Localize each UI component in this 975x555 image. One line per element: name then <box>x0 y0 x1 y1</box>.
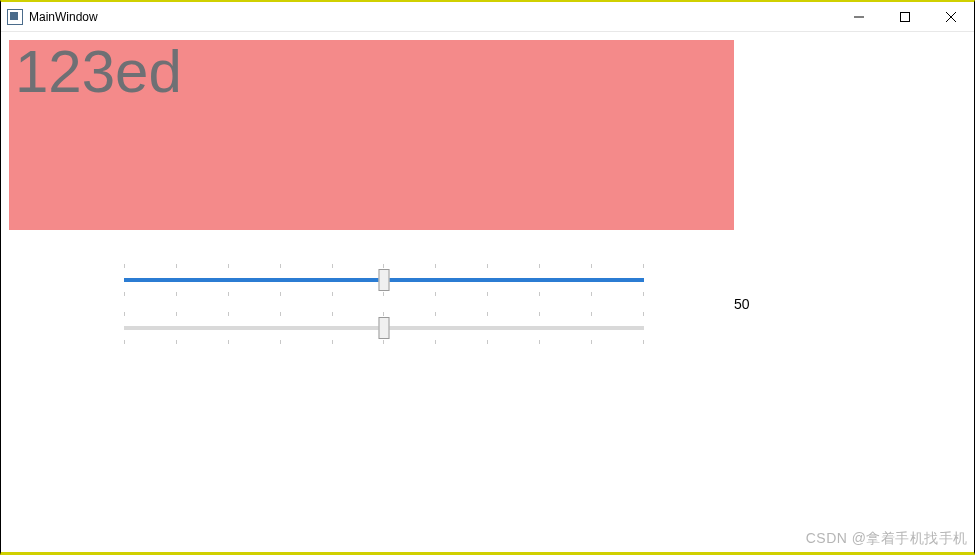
maximize-button[interactable] <box>882 2 928 31</box>
close-icon <box>946 12 956 22</box>
svg-rect-1 <box>901 12 910 21</box>
slider-value-label: 50 <box>734 296 774 312</box>
maximize-icon <box>900 12 910 22</box>
close-button[interactable] <box>928 2 974 31</box>
slider-secondary[interactable] <box>124 318 644 338</box>
minimize-button[interactable] <box>836 2 882 31</box>
slider-primary[interactable] <box>124 270 644 290</box>
title-bar-left: MainWindow <box>7 9 98 25</box>
slider-row: 50 <box>124 270 966 338</box>
slider-thumb[interactable] <box>379 317 390 339</box>
minimize-icon <box>854 12 864 22</box>
slider-column <box>124 270 644 338</box>
slider-thumb[interactable] <box>379 269 390 291</box>
watermark: CSDN @拿着手机找手机 <box>806 530 968 548</box>
title-bar: MainWindow <box>1 2 974 32</box>
slider-ticks-top <box>124 264 644 268</box>
slider-ticks-top <box>124 312 644 316</box>
window-controls <box>836 2 974 31</box>
app-icon <box>7 9 23 25</box>
slider-ticks-bottom <box>124 340 644 344</box>
text-display[interactable]: 123ed <box>9 40 734 230</box>
client-area: 123ed <box>1 32 974 346</box>
window-title: MainWindow <box>29 10 98 24</box>
slider-ticks-bottom <box>124 292 644 296</box>
